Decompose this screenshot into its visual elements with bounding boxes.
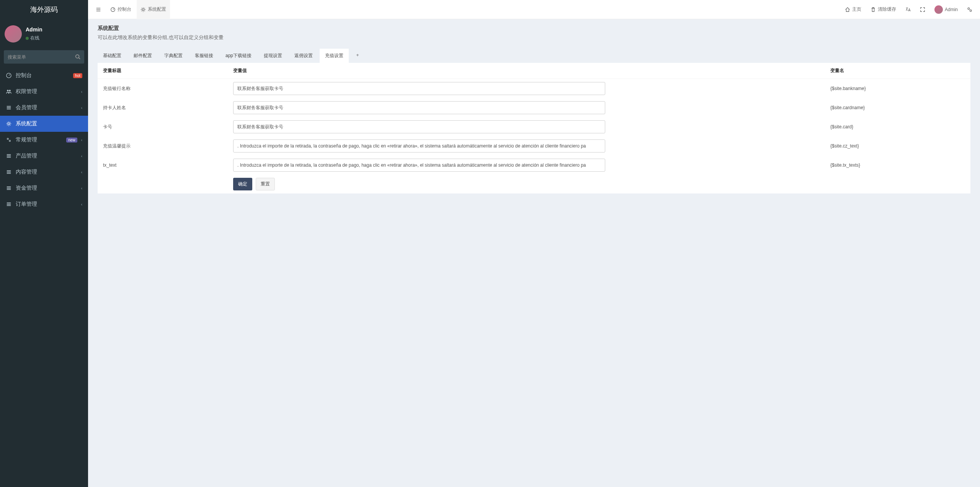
user-menu-button[interactable]: Admin	[931, 0, 962, 19]
chevron-left-icon: ‹	[81, 186, 82, 190]
svg-rect-7	[7, 109, 11, 110]
sidebar-item-funds[interactable]: 资金管理 ‹	[0, 180, 88, 196]
chevron-left-icon: ‹	[81, 138, 82, 142]
svg-point-8	[7, 138, 9, 140]
svg-point-28	[970, 10, 971, 11]
tab-basic[interactable]: 基础配置	[98, 49, 127, 63]
sidebar-item-label: 内容管理	[16, 169, 77, 175]
table-row-actions: 确定 重置	[98, 175, 970, 193]
sidebar-item-content[interactable]: 内容管理 ‹	[0, 164, 88, 180]
row-name: {$site.cardname}	[825, 98, 970, 117]
row-name: {$site.card}	[825, 117, 970, 136]
tab-rebate[interactable]: 返佣设置	[289, 49, 318, 63]
svg-rect-19	[7, 203, 11, 203]
sidebar-search	[4, 50, 84, 64]
row-title: 充值银行名称	[98, 79, 228, 98]
tab-mail[interactable]: 邮件配置	[128, 49, 157, 63]
tab-app[interactable]: app下载链接	[220, 49, 257, 63]
row-name: {$site.tx_texts}	[825, 156, 970, 175]
svg-point-4	[9, 90, 10, 91]
home-button[interactable]: 主页	[841, 0, 865, 19]
gear-icon	[6, 121, 12, 127]
svg-rect-13	[7, 171, 11, 171]
sidebar-item-general[interactable]: 常规管理 new ‹	[0, 132, 88, 148]
tab-dict[interactable]: 字典配置	[159, 49, 188, 63]
bankname-input[interactable]	[233, 82, 605, 95]
submit-button[interactable]: 确定	[233, 178, 252, 190]
user-status: 在线	[26, 35, 42, 41]
sidebar-item-permissions[interactable]: 权限管理 ‹	[0, 84, 88, 100]
sidebar-item-label: 权限管理	[16, 88, 77, 95]
sidebar-item-orders[interactable]: 订单管理 ‹	[0, 196, 88, 203]
tab-content: 变量标题 变量值 变量名 充值银行名称 {$site.bankname} 持卡人…	[98, 63, 970, 193]
sidebar: 海外源码 Admin 在线 控制台 hot 权限管理 ‹ 会员管理 ‹	[0, 0, 88, 203]
search-button[interactable]	[71, 50, 84, 64]
status-dot-icon	[26, 37, 29, 40]
cardname-input[interactable]	[233, 101, 605, 114]
user-panel: Admin 在线	[0, 19, 88, 50]
avatar	[5, 25, 22, 43]
reset-button[interactable]: 重置	[256, 178, 275, 190]
list-icon	[6, 153, 12, 159]
row-title: 卡号	[98, 117, 228, 136]
svg-rect-6	[7, 107, 11, 108]
row-title: 持卡人姓名	[98, 98, 228, 117]
svg-rect-12	[7, 157, 11, 158]
th-title: 变量标题	[98, 63, 228, 79]
brand-title: 海外源码	[0, 0, 88, 19]
svg-rect-17	[7, 188, 11, 189]
th-value: 变量值	[228, 63, 825, 79]
tab-add[interactable]: +	[350, 49, 365, 62]
tab-sysconfig[interactable]: 系统配置	[137, 0, 170, 19]
config-tabs: 基础配置 邮件配置 字典配置 客服链接 app下载链接 提现设置 返佣设置 充值…	[88, 45, 980, 63]
table-row: 充值银行名称 {$site.bankname}	[98, 79, 970, 98]
page-title: 系统配置	[98, 25, 970, 32]
search-icon	[75, 54, 80, 59]
cztext-input[interactable]	[233, 139, 605, 152]
sidebar-item-label: 产品管理	[16, 152, 77, 159]
sidebar-item-dashboard[interactable]: 控制台 hot	[0, 67, 88, 84]
avatar	[934, 5, 943, 14]
tab-dashboard[interactable]: 控制台	[106, 0, 135, 19]
svg-point-9	[9, 140, 11, 142]
sidebar-item-products[interactable]: 产品管理 ‹	[0, 148, 88, 164]
dashboard-icon	[6, 72, 12, 79]
sidebar-item-members[interactable]: 会员管理 ‹	[0, 100, 88, 116]
home-icon	[845, 7, 850, 12]
badge-new: new	[66, 138, 77, 143]
sidebar-item-label: 会员管理	[16, 104, 77, 111]
row-title: tx_text	[98, 156, 228, 175]
clear-cache-button[interactable]: 清除缓存	[867, 0, 900, 19]
tab-recharge[interactable]: 充值设置	[320, 49, 349, 63]
search-input[interactable]	[4, 50, 71, 64]
expand-icon	[920, 7, 925, 12]
card-input[interactable]	[233, 120, 605, 133]
tab-kefu[interactable]: 客服链接	[189, 49, 219, 63]
svg-rect-10	[7, 154, 11, 155]
list-icon	[6, 169, 12, 175]
table-row: 持卡人姓名 {$site.cardname}	[98, 98, 970, 117]
row-name: {$site.bankname}	[825, 79, 970, 98]
bars-icon	[96, 7, 101, 12]
txtext-input[interactable]	[233, 159, 605, 172]
settings-button[interactable]	[963, 0, 976, 19]
fullscreen-button[interactable]	[916, 0, 929, 19]
svg-rect-5	[7, 106, 11, 107]
table-row: 充值温馨提示 {$site.cz_text}	[98, 136, 970, 156]
svg-rect-16	[7, 187, 11, 187]
list-icon	[6, 201, 12, 203]
topnav: 控制台 系统配置 主页 清除缓存 Admin	[88, 0, 980, 19]
table-row: 卡号 {$site.card}	[98, 117, 970, 136]
toggle-sidebar-button[interactable]	[92, 0, 105, 19]
th-name: 变量名	[825, 63, 970, 79]
content-header: 系统配置 可以在此增改系统的变量和分组,也可以自定义分组和变量	[88, 19, 980, 45]
svg-point-27	[968, 8, 969, 9]
tab-withdraw[interactable]: 提现设置	[258, 49, 287, 63]
gear-icon	[140, 7, 146, 12]
table-row: tx_text {$site.tx_texts}	[98, 156, 970, 175]
sidebar-item-sysconfig[interactable]: 系统配置	[0, 116, 88, 132]
language-button[interactable]	[902, 0, 915, 19]
dashboard-icon	[110, 7, 116, 12]
sidebar-item-label: 常规管理	[16, 136, 62, 143]
main-content: 系统配置 可以在此增改系统的变量和分组,也可以自定义分组和变量 基础配置 邮件配…	[88, 0, 980, 193]
